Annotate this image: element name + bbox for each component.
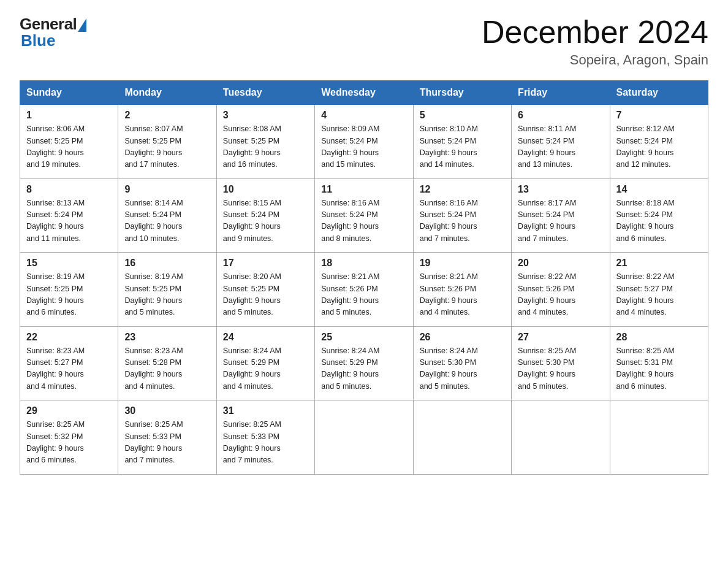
calendar-cell: 6Sunrise: 8:11 AM Sunset: 5:24 PM Daylig… — [512, 105, 610, 179]
calendar-cell: 16Sunrise: 8:19 AM Sunset: 5:25 PM Dayli… — [118, 253, 216, 327]
calendar-cell — [315, 400, 413, 475]
logo: General Blue — [20, 15, 86, 50]
day-number: 27 — [518, 332, 603, 343]
day-info: Sunrise: 8:07 AM Sunset: 5:25 PM Dayligh… — [124, 123, 210, 171]
day-info: Sunrise: 8:08 AM Sunset: 5:25 PM Dayligh… — [223, 123, 308, 171]
day-info: Sunrise: 8:19 AM Sunset: 5:25 PM Dayligh… — [124, 271, 210, 319]
calendar-cell: 20Sunrise: 8:22 AM Sunset: 5:26 PM Dayli… — [512, 253, 610, 327]
calendar-cell: 11Sunrise: 8:16 AM Sunset: 5:24 PM Dayli… — [315, 178, 413, 253]
day-number: 8 — [26, 184, 112, 195]
calendar-cell: 24Sunrise: 8:24 AM Sunset: 5:29 PM Dayli… — [216, 326, 314, 400]
calendar-cell: 19Sunrise: 8:21 AM Sunset: 5:26 PM Dayli… — [413, 253, 511, 327]
page-header: General Blue December 2024 Sopeira, Arag… — [20, 15, 708, 68]
day-number: 11 — [321, 184, 406, 195]
day-info: Sunrise: 8:09 AM Sunset: 5:24 PM Dayligh… — [321, 123, 406, 171]
day-info: Sunrise: 8:16 AM Sunset: 5:24 PM Dayligh… — [321, 197, 406, 245]
calendar-cell: 15Sunrise: 8:19 AM Sunset: 5:25 PM Dayli… — [20, 253, 118, 327]
calendar-subtitle: Sopeira, Aragon, Spain — [482, 52, 708, 68]
day-number: 12 — [420, 184, 505, 195]
day-number: 4 — [321, 110, 406, 121]
logo-blue-text: Blue — [21, 31, 55, 50]
day-info: Sunrise: 8:22 AM Sunset: 5:26 PM Dayligh… — [518, 271, 603, 319]
day-info: Sunrise: 8:18 AM Sunset: 5:24 PM Dayligh… — [616, 197, 702, 245]
day-info: Sunrise: 8:21 AM Sunset: 5:26 PM Dayligh… — [420, 271, 505, 319]
day-number: 2 — [124, 110, 210, 121]
weekday-header-thursday: Thursday — [413, 81, 511, 105]
calendar-title: December 2024 — [482, 15, 708, 50]
calendar-cell: 5Sunrise: 8:10 AM Sunset: 5:24 PM Daylig… — [413, 105, 511, 179]
day-info: Sunrise: 8:24 AM Sunset: 5:29 PM Dayligh… — [223, 345, 308, 393]
calendar-cell: 7Sunrise: 8:12 AM Sunset: 5:24 PM Daylig… — [610, 105, 708, 179]
calendar-cell: 10Sunrise: 8:15 AM Sunset: 5:24 PM Dayli… — [216, 178, 314, 253]
day-number: 18 — [321, 258, 406, 269]
weekday-header-tuesday: Tuesday — [216, 81, 314, 105]
day-number: 16 — [124, 258, 210, 269]
day-info: Sunrise: 8:19 AM Sunset: 5:25 PM Dayligh… — [26, 271, 112, 319]
day-info: Sunrise: 8:17 AM Sunset: 5:24 PM Dayligh… — [518, 197, 603, 245]
day-number: 9 — [124, 184, 210, 195]
day-info: Sunrise: 8:24 AM Sunset: 5:30 PM Dayligh… — [420, 345, 505, 393]
day-info: Sunrise: 8:23 AM Sunset: 5:28 PM Dayligh… — [124, 345, 210, 393]
day-number: 6 — [518, 110, 603, 121]
weekday-header-monday: Monday — [118, 81, 216, 105]
weekday-header-row: SundayMondayTuesdayWednesdayThursdayFrid… — [20, 81, 708, 105]
day-number: 23 — [124, 332, 210, 343]
day-info: Sunrise: 8:10 AM Sunset: 5:24 PM Dayligh… — [420, 123, 505, 171]
day-info: Sunrise: 8:25 AM Sunset: 5:32 PM Dayligh… — [26, 419, 112, 467]
day-info: Sunrise: 8:16 AM Sunset: 5:24 PM Dayligh… — [420, 197, 505, 245]
calendar-cell: 28Sunrise: 8:25 AM Sunset: 5:31 PM Dayli… — [610, 326, 708, 400]
day-info: Sunrise: 8:12 AM Sunset: 5:24 PM Dayligh… — [616, 123, 702, 171]
calendar-cell: 17Sunrise: 8:20 AM Sunset: 5:25 PM Dayli… — [216, 253, 314, 327]
day-info: Sunrise: 8:14 AM Sunset: 5:24 PM Dayligh… — [124, 197, 210, 245]
day-number: 10 — [223, 184, 308, 195]
calendar-cell — [413, 400, 511, 475]
weekday-header-saturday: Saturday — [610, 81, 708, 105]
day-number: 14 — [616, 184, 702, 195]
calendar-cell: 14Sunrise: 8:18 AM Sunset: 5:24 PM Dayli… — [610, 178, 708, 253]
calendar-cell: 3Sunrise: 8:08 AM Sunset: 5:25 PM Daylig… — [216, 105, 314, 179]
day-number: 17 — [223, 258, 308, 269]
day-number: 1 — [26, 110, 112, 121]
calendar-cell: 27Sunrise: 8:25 AM Sunset: 5:30 PM Dayli… — [512, 326, 610, 400]
calendar-week-2: 8Sunrise: 8:13 AM Sunset: 5:24 PM Daylig… — [20, 178, 708, 253]
day-info: Sunrise: 8:20 AM Sunset: 5:25 PM Dayligh… — [223, 271, 308, 319]
weekday-header-friday: Friday — [512, 81, 610, 105]
calendar-cell: 31Sunrise: 8:25 AM Sunset: 5:33 PM Dayli… — [216, 400, 314, 475]
day-number: 30 — [124, 405, 210, 416]
day-number: 26 — [420, 332, 505, 343]
day-number: 15 — [26, 258, 112, 269]
calendar-week-3: 15Sunrise: 8:19 AM Sunset: 5:25 PM Dayli… — [20, 253, 708, 327]
day-number: 13 — [518, 184, 603, 195]
day-number: 21 — [616, 258, 702, 269]
day-number: 20 — [518, 258, 603, 269]
calendar-week-1: 1Sunrise: 8:06 AM Sunset: 5:25 PM Daylig… — [20, 105, 708, 179]
calendar-cell: 25Sunrise: 8:24 AM Sunset: 5:29 PM Dayli… — [315, 326, 413, 400]
calendar-cell: 30Sunrise: 8:25 AM Sunset: 5:33 PM Dayli… — [118, 400, 216, 475]
day-number: 25 — [321, 332, 406, 343]
day-number: 29 — [26, 405, 112, 416]
day-number: 24 — [223, 332, 308, 343]
day-info: Sunrise: 8:25 AM Sunset: 5:33 PM Dayligh… — [124, 419, 210, 467]
day-info: Sunrise: 8:22 AM Sunset: 5:27 PM Dayligh… — [616, 271, 702, 319]
day-info: Sunrise: 8:15 AM Sunset: 5:24 PM Dayligh… — [223, 197, 308, 245]
weekday-header-wednesday: Wednesday — [315, 81, 413, 105]
weekday-header-sunday: Sunday — [20, 81, 118, 105]
day-info: Sunrise: 8:25 AM Sunset: 5:31 PM Dayligh… — [616, 345, 702, 393]
day-number: 22 — [26, 332, 112, 343]
calendar-cell: 21Sunrise: 8:22 AM Sunset: 5:27 PM Dayli… — [610, 253, 708, 327]
calendar-cell — [610, 400, 708, 475]
day-number: 31 — [223, 405, 308, 416]
day-info: Sunrise: 8:06 AM Sunset: 5:25 PM Dayligh… — [26, 123, 112, 171]
day-info: Sunrise: 8:21 AM Sunset: 5:26 PM Dayligh… — [321, 271, 406, 319]
calendar-week-5: 29Sunrise: 8:25 AM Sunset: 5:32 PM Dayli… — [20, 400, 708, 475]
day-info: Sunrise: 8:25 AM Sunset: 5:33 PM Dayligh… — [223, 419, 308, 467]
calendar-cell: 8Sunrise: 8:13 AM Sunset: 5:24 PM Daylig… — [20, 178, 118, 253]
day-info: Sunrise: 8:25 AM Sunset: 5:30 PM Dayligh… — [518, 345, 603, 393]
day-info: Sunrise: 8:13 AM Sunset: 5:24 PM Dayligh… — [26, 197, 112, 245]
calendar-table: SundayMondayTuesdayWednesdayThursdayFrid… — [20, 80, 708, 475]
calendar-cell: 23Sunrise: 8:23 AM Sunset: 5:28 PM Dayli… — [118, 326, 216, 400]
calendar-cell: 26Sunrise: 8:24 AM Sunset: 5:30 PM Dayli… — [413, 326, 511, 400]
day-info: Sunrise: 8:24 AM Sunset: 5:29 PM Dayligh… — [321, 345, 406, 393]
calendar-cell: 18Sunrise: 8:21 AM Sunset: 5:26 PM Dayli… — [315, 253, 413, 327]
day-info: Sunrise: 8:11 AM Sunset: 5:24 PM Dayligh… — [518, 123, 603, 171]
